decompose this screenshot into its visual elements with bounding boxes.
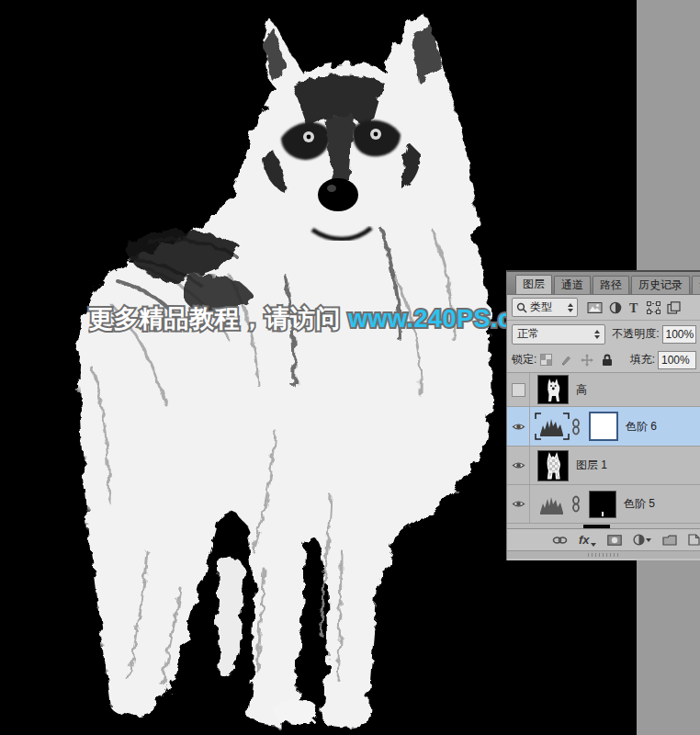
layer-mask-thumbnail-white[interactable] — [589, 412, 618, 441]
layer-name[interactable]: 高 — [576, 382, 587, 398]
panel-resize-grip[interactable] — [507, 550, 700, 559]
filter-row: 类型 T — [507, 295, 700, 321]
lock-label: 锁定: — [512, 352, 536, 368]
filter-smart-objects-icon[interactable] — [667, 301, 681, 314]
visibility-off-box — [512, 383, 525, 397]
layer-row-gao[interactable]: 高 — [507, 373, 700, 407]
link-mask-icon[interactable] — [571, 495, 581, 513]
filter-adjustment-layers-icon[interactable] — [609, 301, 622, 314]
add-layer-mask-icon[interactable] — [607, 535, 622, 546]
filter-kind-label: 类型 — [530, 300, 552, 315]
eye-icon — [512, 499, 525, 509]
updown-arrows-icon — [568, 303, 573, 312]
tab-actions[interactable]: 动作 — [692, 276, 700, 294]
new-layer-icon[interactable] — [688, 534, 700, 546]
eye-icon — [512, 460, 525, 470]
opacity-label: 不透明度: — [612, 326, 659, 342]
blend-row: 正常 不透明度: 100% — [507, 321, 700, 347]
panel-tab-bar: 图层 通道 路径 历史记录 动作 — [507, 272, 700, 295]
layers-panel: 图层 通道 路径 历史记录 动作 类型 T 正常 — [506, 270, 700, 560]
visibility-toggle[interactable] — [507, 447, 530, 484]
layer-mask-thumbnail-black[interactable] — [589, 491, 616, 518]
tab-history[interactable]: 历史记录 — [631, 276, 690, 294]
layer-name[interactable]: 色阶 6 — [626, 419, 657, 435]
link-layers-icon[interactable] — [552, 536, 568, 545]
fill-value-field[interactable]: 100% — [658, 351, 696, 369]
adjustment-thumbnail-levels[interactable] — [535, 413, 570, 440]
layer-name[interactable]: 色阶 5 — [624, 496, 655, 512]
blend-mode-value: 正常 — [517, 326, 539, 342]
filter-kind-dropdown[interactable]: 类型 — [512, 298, 578, 317]
panel-footer: fx — [507, 528, 700, 550]
visibility-toggle[interactable] — [507, 485, 530, 523]
tab-paths[interactable]: 路径 — [593, 276, 629, 294]
updown-arrows-icon — [594, 330, 600, 339]
layer-row-levels5[interactable]: 色阶 5 — [507, 485, 700, 524]
layers-list: 高 色阶 6 — [507, 373, 700, 528]
filter-pixel-layers-icon[interactable] — [587, 301, 603, 314]
tab-layers[interactable]: 图层 — [515, 275, 552, 294]
photoshop-workspace: 更多精品教程，请访问 www.240PS.com 图层 通道 路径 历史记录 动… — [0, 0, 700, 735]
link-mask-icon[interactable] — [571, 418, 581, 435]
eye-icon — [512, 422, 525, 432]
filter-shape-layers-icon[interactable] — [647, 301, 660, 314]
layer-row-partial — [507, 524, 700, 528]
visibility-toggle[interactable] — [507, 373, 530, 406]
filter-type-layers-icon[interactable]: T — [628, 301, 640, 314]
opacity-value-field[interactable]: 100% — [662, 325, 696, 344]
layer-name[interactable]: 图层 1 — [576, 458, 607, 473]
fill-label: 填充: — [630, 352, 655, 368]
layer-row-layer1[interactable]: 图层 1 — [507, 447, 700, 485]
svg-text:T: T — [629, 301, 638, 314]
new-group-folder-icon[interactable] — [662, 535, 677, 546]
lock-all-icon[interactable] — [602, 354, 613, 367]
visibility-toggle[interactable] — [507, 407, 530, 446]
search-icon — [516, 302, 527, 313]
layer-row-levels6[interactable]: 色阶 6 — [507, 407, 700, 447]
layer-style-fx-icon[interactable]: fx — [579, 534, 596, 547]
lock-row: 锁定: 填充: 100% — [507, 347, 700, 373]
lock-position-icon[interactable] — [581, 354, 593, 367]
blend-mode-dropdown[interactable]: 正常 — [512, 324, 605, 345]
adjustment-thumbnail-levels[interactable] — [535, 491, 570, 518]
lock-image-pixels-icon[interactable] — [560, 354, 572, 366]
layer-thumbnail-wolf[interactable] — [537, 375, 569, 404]
new-adjustment-layer-icon[interactable] — [633, 534, 651, 546]
tab-channels[interactable]: 通道 — [554, 276, 591, 294]
lock-transparent-pixels-icon[interactable] — [540, 354, 552, 366]
layer-thumbnail-silhouette[interactable] — [537, 450, 569, 481]
grip-dots-icon — [588, 553, 621, 557]
